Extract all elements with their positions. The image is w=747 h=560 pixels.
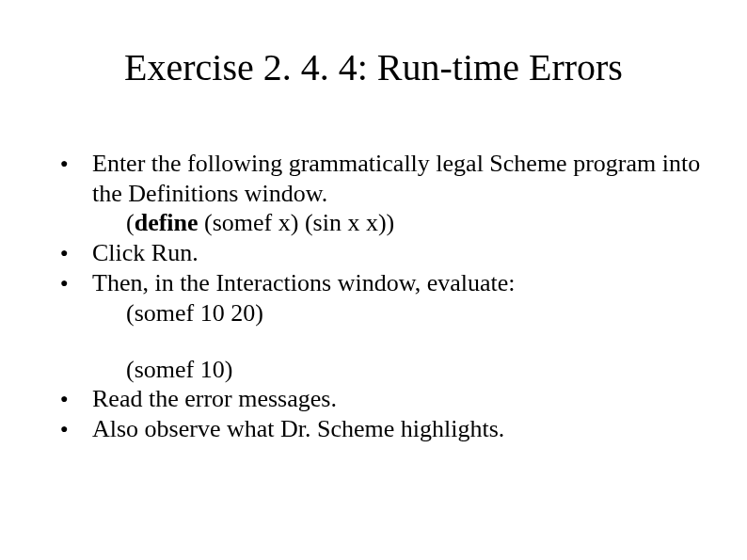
bullet-icon: ●: [58, 414, 92, 444]
slide-body: ● Enter the following grammatically lega…: [58, 149, 709, 444]
slide: Exercise 2. 4. 4: Run-time Errors ● Ente…: [0, 0, 747, 560]
bullet-text: Enter the following grammatically legal …: [92, 150, 700, 207]
blank-line: [92, 328, 709, 355]
code-line: (somef 10 20): [92, 298, 709, 328]
list-item-content: Read the error messages.: [92, 384, 709, 414]
code-keyword: define: [135, 209, 199, 236]
list-item: ● Click Run.: [58, 238, 709, 268]
list-item: ● Enter the following grammatically lega…: [58, 149, 709, 238]
list-item-content: Click Run.: [92, 238, 709, 268]
bullet-text: Read the error messages.: [92, 385, 337, 412]
slide-title: Exercise 2. 4. 4: Run-time Errors: [0, 45, 747, 89]
bullet-text: Then, in the Interactions window, evalua…: [92, 269, 516, 296]
list-item-content: Also observe what Dr. Scheme highlights.: [92, 414, 709, 444]
bullet-text: Also observe what Dr. Scheme highlights.: [92, 415, 504, 442]
code-rest: (somef x) (sin x x)): [199, 209, 395, 236]
code-prefix: (: [126, 209, 135, 236]
list-item: ● Then, in the Interactions window, eval…: [58, 268, 709, 384]
bullet-icon: ●: [58, 149, 92, 179]
bullet-text: Click Run.: [92, 239, 199, 266]
list-item: ● Read the error messages.: [58, 384, 709, 414]
list-item-content: Then, in the Interactions window, evalua…: [92, 268, 709, 384]
code-line: (define (somef x) (sin x x)): [92, 208, 709, 238]
code-line: (somef 10): [92, 355, 709, 385]
bullet-icon: ●: [58, 268, 92, 298]
list-item-content: Enter the following grammatically legal …: [92, 149, 709, 238]
list-item: ● Also observe what Dr. Scheme highlight…: [58, 414, 709, 444]
bullet-icon: ●: [58, 238, 92, 268]
bullet-icon: ●: [58, 384, 92, 414]
